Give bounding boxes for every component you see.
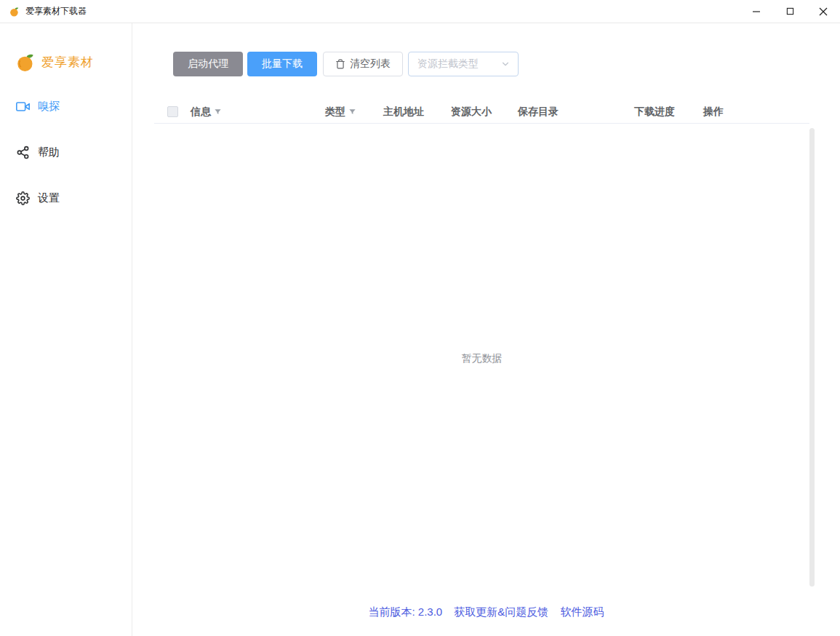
- app-brand: 爱享素材: [16, 52, 132, 72]
- resource-type-placeholder: 资源拦截类型: [417, 57, 500, 71]
- column-header-progress: 下载进度: [634, 106, 675, 119]
- window-title: 爱享素材下载器: [25, 5, 87, 17]
- mango-logo-icon: [16, 52, 36, 72]
- filter-icon[interactable]: [214, 108, 222, 116]
- column-header-size: 资源大小: [451, 106, 492, 119]
- column-header-dir: 保存目录: [518, 106, 559, 119]
- sidebar-item-sniff[interactable]: 嗅探: [16, 100, 132, 114]
- column-header-operations: 操作: [703, 106, 724, 119]
- start-proxy-button[interactable]: 启动代理: [173, 52, 243, 76]
- trash-icon: [335, 59, 345, 69]
- sidebar: 爱享素材 嗅探: [0, 23, 132, 636]
- app-window: 爱享素材下载器 爱: [0, 0, 840, 636]
- feedback-link[interactable]: 获取更新&问题反馈: [454, 605, 548, 618]
- video-icon: [16, 100, 30, 114]
- empty-state-text: 暂无数据: [462, 352, 503, 365]
- resource-type-select[interactable]: 资源拦截类型: [408, 52, 519, 76]
- brand-name: 爱享素材: [41, 54, 94, 71]
- minimize-button[interactable]: [740, 0, 773, 23]
- content-area: 爱享素材 嗅探: [0, 23, 840, 636]
- main-panel: 启动代理 批量下载 清空列表 资源拦截类型: [132, 23, 840, 636]
- source-code-link[interactable]: 软件源码: [561, 605, 604, 618]
- clear-list-label: 清空列表: [350, 57, 391, 71]
- sidebar-item-label: 嗅探: [38, 100, 60, 114]
- footer: 当前版本: 2.3.0 获取更新&问题反馈 软件源码: [132, 605, 840, 619]
- sidebar-item-label: 帮助: [38, 146, 60, 159]
- column-header-host: 主机地址: [383, 106, 424, 119]
- select-all-checkbox[interactable]: [167, 106, 178, 117]
- chevron-down-icon: [500, 59, 511, 69]
- window-controls: [740, 0, 840, 23]
- sidebar-item-help[interactable]: 帮助: [16, 146, 132, 159]
- sidebar-nav: 嗅探 帮助: [16, 100, 132, 205]
- filter-icon[interactable]: [348, 108, 356, 116]
- gear-icon: [16, 191, 30, 205]
- sidebar-item-label: 设置: [38, 191, 60, 205]
- column-header-type: 类型: [325, 106, 345, 119]
- close-button[interactable]: [807, 0, 840, 23]
- batch-download-button[interactable]: 批量下载: [247, 52, 317, 76]
- version-text: 当前版本: 2.3.0: [368, 605, 442, 618]
- maximize-button[interactable]: [773, 0, 807, 23]
- app-logo-icon: [9, 7, 20, 17]
- share-icon: [16, 146, 30, 159]
- vertical-scrollbar[interactable]: [809, 128, 815, 587]
- toolbar: 启动代理 批量下载 清空列表 资源拦截类型: [173, 52, 840, 76]
- table-header: 信息 类型 主机地址 资源大小 保存目录 下载进度 操作: [154, 100, 809, 124]
- titlebar: 爱享素材下载器: [0, 0, 840, 23]
- sidebar-item-settings[interactable]: 设置: [16, 191, 132, 205]
- table-body: 暂无数据: [154, 124, 809, 593]
- clear-list-button[interactable]: 清空列表: [323, 52, 403, 76]
- column-header-info: 信息: [191, 106, 211, 119]
